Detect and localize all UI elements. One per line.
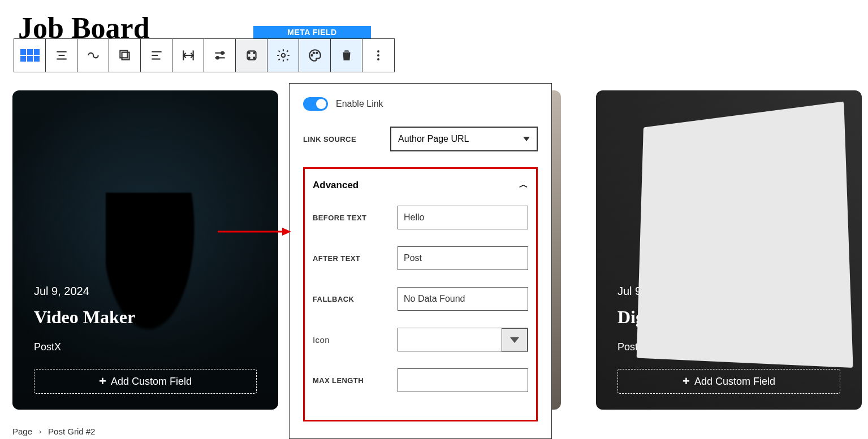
before-text-label: BEFORE TEXT — [313, 214, 398, 222]
align-icon[interactable] — [46, 39, 77, 72]
post-card[interactable]: Jul 9, 2024 Video Maker PostX + Add Cust… — [12, 90, 278, 410]
svg-point-19 — [253, 57, 254, 58]
link-source-value: Author Page URL — [398, 134, 469, 144]
meta-field-settings-popover: Enable Link LINK SOURCE Author Page URL … — [289, 83, 552, 439]
post-date: Jul 9, 2024 — [617, 285, 840, 298]
advanced-settings-section: Advanced ︿ BEFORE TEXT AFTER TEXT FALLBA… — [303, 167, 538, 421]
icon-select[interactable] — [502, 328, 528, 352]
border-icon[interactable] — [236, 39, 267, 72]
post-meta: PostX — [34, 341, 257, 353]
svg-point-21 — [311, 55, 312, 56]
add-custom-field-button[interactable]: + Add Custom Field — [617, 369, 840, 394]
plus-icon: + — [683, 374, 690, 389]
align-left-icon[interactable] — [141, 39, 172, 72]
svg-rect-4 — [120, 50, 127, 58]
block-toolbar — [14, 38, 395, 72]
advanced-heading: Advanced — [313, 180, 359, 191]
fallback-label: FALLBACK — [313, 295, 398, 303]
layers-icon[interactable] — [109, 39, 141, 72]
icon-label: Icon — [313, 335, 398, 345]
link-source-label: LINK SOURCE — [303, 135, 382, 144]
svg-point-14 — [216, 56, 218, 59]
loop-icon[interactable] — [77, 39, 109, 72]
post-title: Video Maker — [34, 307, 257, 328]
max-length-label: MAX LENGTH — [313, 376, 398, 385]
gear-icon[interactable] — [267, 39, 299, 72]
post-title: Digital Marketer — [617, 307, 840, 328]
svg-point-16 — [248, 53, 249, 54]
breadcrumb-root[interactable]: Page — [12, 427, 32, 436]
add-custom-field-button[interactable]: + Add Custom Field — [34, 369, 257, 394]
add-custom-field-label: Add Custom Field — [111, 376, 192, 388]
svg-point-20 — [281, 54, 285, 58]
enable-link-toggle[interactable] — [303, 97, 328, 111]
more-icon[interactable] — [362, 39, 394, 72]
svg-point-12 — [221, 52, 223, 54]
post-date: Jul 9, 2024 — [34, 285, 257, 298]
plus-icon: + — [99, 374, 106, 389]
add-custom-field-label: Add Custom Field — [694, 376, 775, 388]
svg-point-22 — [313, 53, 314, 54]
trash-icon[interactable] — [331, 39, 362, 72]
chevron-up-icon: ︿ — [519, 179, 528, 191]
max-length-input[interactable] — [398, 368, 528, 392]
enable-link-label: Enable Link — [336, 99, 383, 109]
breadcrumb: Page › Post Grid #2 — [12, 427, 95, 436]
chevron-right-icon: › — [39, 428, 41, 436]
before-text-input[interactable] — [398, 206, 528, 229]
post-card[interactable]: Jul 9, 2024 Digital Marketer PostX + Add… — [596, 90, 862, 410]
fallback-input[interactable] — [398, 287, 528, 311]
meta-field-badge: META FIELD — [253, 26, 371, 38]
after-text-input[interactable] — [398, 246, 528, 270]
vertical-dots-icon — [377, 50, 379, 60]
svg-point-23 — [316, 53, 317, 54]
breadcrumb-current[interactable]: Post Grid #2 — [48, 427, 95, 436]
post-meta: PostX — [617, 341, 840, 353]
palette-icon[interactable] — [299, 39, 331, 72]
sliders-icon[interactable] — [204, 39, 236, 72]
link-source-select[interactable]: Author Page URL — [390, 127, 538, 151]
svg-point-17 — [253, 53, 254, 54]
svg-rect-3 — [122, 53, 129, 60]
svg-point-18 — [248, 57, 249, 58]
after-text-label: AFTER TEXT — [313, 254, 398, 263]
advanced-toggle[interactable]: Advanced ︿ — [313, 179, 528, 191]
grid-icon — [20, 49, 40, 62]
grid-block-icon[interactable] — [14, 39, 46, 72]
width-icon[interactable] — [172, 39, 204, 72]
